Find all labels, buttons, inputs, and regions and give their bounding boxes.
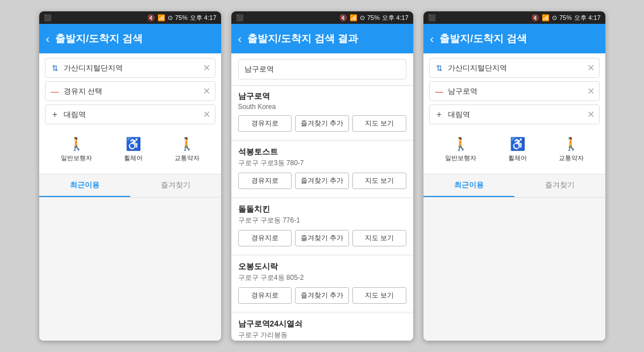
result-item-1: 석봉토스트 구로구 구로3동 780-7 경유지로 즐겨찾기 추가 지도 보기 [231, 141, 413, 198]
signal-icon: ⊙ [168, 14, 173, 22]
battery-text-3: 75% [559, 14, 572, 21]
mute-icon-3: 🔇 [531, 14, 539, 22]
search-row-2[interactable]: — 경유지 선택 ✕ [45, 81, 215, 101]
disabled-label-3: 교통약자 [559, 154, 584, 162]
waypoint-btn-0[interactable]: 경유지로 [238, 115, 292, 132]
transport-wheelchair-1[interactable]: ♿ 휠체어 [115, 133, 152, 166]
result-addr-3: 구로구 구로4동 805-2 [238, 273, 406, 283]
status-bar-3: ⬛ 🔇 📶 ⊙ 75% 오후 4:17 [423, 11, 605, 24]
clear-btn-3-2[interactable]: ✕ [587, 86, 595, 97]
map-btn-3[interactable]: 지도 보기 [352, 287, 406, 304]
search-text-3: 대림역 [64, 110, 200, 120]
header-title-1: 출발지/도착지 검색 [55, 32, 143, 45]
disabled-label-1: 교통약자 [174, 154, 200, 162]
clear-btn-2[interactable]: ✕ [203, 86, 210, 97]
search-panel-1: ⇅ 가산디지털단지역 ✕ — 경유지 선택 ✕ + 대림역 ✕ 🚶 일반보행자 [39, 53, 221, 174]
result-item-4: 남구로역24시열쇠 구로구 가리봉동 경유지로 즐겨찾기 추가 지도 보기 [231, 313, 413, 341]
tab-recent-3[interactable]: 최근이용 [423, 174, 514, 197]
result-item-3: 오봉도시락 구로구 구로4동 805-2 경유지로 즐겨찾기 추가 지도 보기 [231, 256, 413, 312]
transport-walk-1[interactable]: 🚶 일반보행자 [52, 133, 101, 166]
header-2: ‹ 출발지/도착지 검색 결과 [231, 24, 413, 53]
waypoint-btn-3[interactable]: 경유지로 [238, 287, 292, 304]
clear-btn-3-3[interactable]: ✕ [587, 109, 595, 120]
map-btn-0[interactable]: 지도 보기 [352, 115, 406, 132]
search-input-value[interactable]: 남구로역 [238, 59, 406, 79]
transport-row-1: 🚶 일반보행자 ♿ 휠체어 🚶 교통약자 [45, 128, 215, 169]
waypoint-btn-1[interactable]: 경유지로 [238, 173, 292, 189]
result-name-3: 오봉도시락 [238, 262, 406, 272]
disabled-icon-1: 🚶 [179, 137, 194, 152]
header-1: ‹ 출발지/도착지 검색 [39, 24, 221, 53]
fav-btn-3[interactable]: 즐겨찾기 추가 [295, 287, 349, 304]
header-3: ‹ 출발지/도착지 검색 [423, 24, 605, 53]
walk-icon-3: 🚶 [453, 137, 468, 152]
result-name-1: 석봉토스트 [238, 147, 406, 157]
fav-btn-0[interactable]: 즐겨찾기 추가 [295, 115, 349, 132]
content-1: ⇅ 가산디지털단지역 ✕ — 경유지 선택 ✕ + 대림역 ✕ 🚶 일반보행자 [39, 53, 221, 341]
walk-label-1: 일반보행자 [61, 154, 92, 162]
signal-icon-3: ⊙ [552, 14, 557, 22]
result-addr-1: 구로구 구로3동 780-7 [238, 158, 406, 168]
search-row-3-2[interactable]: — 남구로역 ✕ [429, 81, 600, 101]
clear-btn-1[interactable]: ✕ [203, 62, 210, 73]
wifi-icon-3: 📶 [542, 14, 550, 22]
result-item-0: 남구로역 South Korea 경유지로 즐겨찾기 추가 지도 보기 [231, 86, 413, 140]
waypoint-btn-2[interactable]: 경유지로 [238, 230, 292, 246]
result-item-2: 돌돌치킨 구로구 구로동 776-1 경유지로 즐겨찾기 추가 지도 보기 [231, 199, 413, 255]
phone-screen-3: ⬛ 🔇 📶 ⊙ 75% 오후 4:17 ‹ 출발지/도착지 검색 ⇅ 가산디지털… [423, 11, 605, 341]
search-panel-3: ⇅ 가산디지털단지역 ✕ — 남구로역 ✕ + 대림역 ✕ 🚶 일반보행자 [423, 53, 605, 174]
minus-icon-1: — [50, 87, 60, 96]
clear-btn-3-1[interactable]: ✕ [587, 62, 595, 73]
battery-text-1: 75% [175, 14, 188, 21]
result-addr-4: 구로구 가리봉동 [238, 330, 406, 340]
result-name-0: 남구로역 [238, 91, 406, 102]
swap-icon-1: ⇅ [50, 64, 60, 73]
result-btns-0: 경유지로 즐겨찾기 추가 지도 보기 [238, 115, 406, 132]
wifi-icon-2: 📶 [350, 14, 358, 22]
camera-icon-2: ⬛ [236, 14, 244, 22]
search-row-1[interactable]: ⇅ 가산디지털단지역 ✕ [45, 58, 215, 78]
signal-icon-2: ⊙ [360, 14, 365, 22]
time-1: 오후 4:17 [190, 14, 216, 22]
content-2[interactable]: 남구로역 남구로역 South Korea 경유지로 즐겨찾기 추가 지도 보기… [231, 53, 413, 341]
wheelchair-label-3: 휠체어 [508, 154, 527, 162]
search-text-2: 경유지 선택 [64, 86, 200, 97]
fav-btn-2[interactable]: 즐겨찾기 추가 [295, 230, 349, 246]
transport-disabled-1[interactable]: 🚶 교통약자 [165, 133, 209, 166]
search-text-3-1: 가산디지털단지역 [448, 63, 584, 73]
map-btn-2[interactable]: 지도 보기 [352, 230, 406, 246]
search-row-3-1[interactable]: ⇅ 가산디지털단지역 ✕ [429, 58, 600, 78]
back-button-2[interactable]: ‹ [238, 32, 242, 45]
back-button-1[interactable]: ‹ [46, 32, 50, 45]
disabled-icon-3: 🚶 [563, 137, 579, 152]
status-bar-2: ⬛ 🔇 📶 ⊙ 75% 오후 4:17 [231, 11, 413, 24]
walk-label-3: 일반보행자 [445, 154, 476, 162]
fav-btn-1[interactable]: 즐겨찾기 추가 [295, 173, 349, 189]
back-button-3[interactable]: ‹ [430, 32, 434, 45]
search-text-1: 가산디지털단지역 [64, 63, 200, 73]
plus-icon-3: + [434, 110, 444, 120]
wheelchair-icon-1: ♿ [126, 137, 141, 152]
tab-favorites-3[interactable]: 즐겨찾기 [514, 174, 605, 197]
tab-recent-1[interactable]: 최근이용 [39, 174, 130, 197]
result-name-4: 남구로역24시열쇠 [238, 319, 406, 329]
status-bar-1: ⬛ 🔇 📶 ⊙ 75% 오후 4:17 [39, 11, 221, 24]
search-row-3[interactable]: + 대림역 ✕ [45, 104, 215, 124]
result-addr-0: South Korea [238, 103, 406, 111]
search-text-3-2: 남구로역 [448, 86, 584, 97]
transport-disabled-3[interactable]: 🚶 교통약자 [550, 133, 593, 166]
result-addr-2: 구로구 구로동 776-1 [238, 216, 406, 225]
transport-wheelchair-3[interactable]: ♿ 휠체어 [499, 133, 536, 166]
wheelchair-icon-3: ♿ [510, 137, 525, 152]
status-right-2: 🔇 📶 ⊙ 75% 오후 4:17 [339, 14, 409, 22]
results-search-box: 남구로역 [231, 53, 413, 86]
transport-walk-3[interactable]: 🚶 일반보행자 [436, 133, 485, 166]
camera-icon: ⬛ [44, 14, 52, 22]
content-3: ⇅ 가산디지털단지역 ✕ — 남구로역 ✕ + 대림역 ✕ 🚶 일반보행자 [423, 53, 605, 341]
search-row-3-3[interactable]: + 대림역 ✕ [429, 104, 600, 124]
map-btn-1[interactable]: 지도 보기 [352, 173, 406, 189]
clear-btn-3[interactable]: ✕ [203, 109, 210, 120]
header-title-3: 출발지/도착지 검색 [439, 32, 527, 45]
status-left-3: ⬛ [428, 14, 436, 22]
tab-favorites-1[interactable]: 즐겨찾기 [130, 174, 221, 197]
